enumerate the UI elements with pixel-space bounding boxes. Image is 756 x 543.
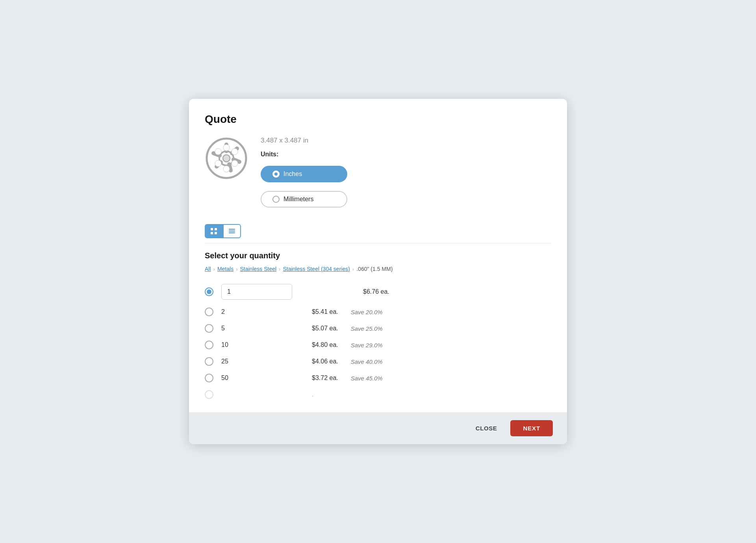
qty-price-6: $3.72 ea. [312, 374, 338, 382]
mm-radio-dot [272, 196, 280, 203]
qty-radio-3[interactable] [205, 324, 213, 333]
divider [205, 243, 551, 243]
breadcrumb-thickness: .060" (1.5 MM) [356, 266, 393, 272]
qty-price-7: . [312, 391, 313, 398]
quantity-list: $6.76 ea. 2 $5.41 ea. Save 20.0% 5 $5.07… [205, 280, 548, 403]
svg-point-13 [215, 160, 221, 167]
qty-input-1[interactable] [221, 284, 292, 300]
qty-number-2: 2 [221, 308, 241, 315]
product-section: 3.487 x 3.487 in Units: Inches Millimete… [205, 137, 551, 211]
quantity-row-4: 10 $4.80 ea. Save 29.0% [205, 337, 548, 353]
qty-radio-2[interactable] [205, 308, 213, 316]
svg-rect-15 [211, 228, 213, 230]
section-title: Select your quantity [205, 251, 551, 260]
svg-rect-19 [229, 229, 235, 230]
qty-price-3: $5.07 ea. [312, 325, 338, 332]
svg-rect-18 [215, 232, 217, 234]
next-button[interactable]: NEXT [510, 420, 553, 436]
qty-price-4: $4.80 ea. [312, 341, 338, 348]
svg-point-14 [215, 148, 221, 155]
qty-price-2: $5.41 ea. [312, 308, 338, 315]
product-dimensions: 3.487 x 3.487 in [261, 137, 347, 145]
grid-icon [210, 228, 217, 235]
qty-radio-4[interactable] [205, 341, 213, 349]
svg-rect-17 [211, 232, 213, 234]
breadcrumb-sep-2: › [236, 266, 237, 272]
millimeters-button[interactable]: Millimeters [261, 191, 347, 208]
quantity-area: $6.76 ea. 2 $5.41 ea. Save 20.0% 5 $5.07… [205, 280, 551, 403]
inches-button[interactable]: Inches [261, 166, 347, 182]
qty-number-6: 50 [221, 374, 241, 382]
qty-number-5: 25 [221, 358, 241, 365]
mm-label: Millimeters [284, 196, 313, 203]
breadcrumb-sep-3: › [279, 266, 280, 272]
quantity-row-7: . [205, 386, 548, 403]
qty-price-5: $4.06 ea. [312, 358, 338, 365]
units-label: Units: [261, 151, 347, 158]
list-icon [228, 228, 235, 235]
inches-radio-dot [272, 170, 280, 178]
qty-radio-1[interactable] [205, 287, 213, 296]
modal-footer: CLOSE NEXT [189, 412, 567, 444]
quantity-row-6: 50 $3.72 ea. Save 45.0% [205, 370, 548, 386]
svg-point-10 [232, 148, 238, 155]
qty-save-4: Save 29.0% [351, 342, 383, 348]
qty-radio-6[interactable] [205, 374, 213, 382]
close-button[interactable]: CLOSE [469, 421, 504, 436]
grid-view-button[interactable] [205, 224, 223, 238]
svg-rect-16 [215, 228, 217, 230]
svg-point-2 [223, 155, 230, 162]
view-toggle [205, 224, 551, 238]
svg-point-12 [223, 166, 230, 172]
qty-save-6: Save 45.0% [351, 375, 383, 382]
modal-body: Quote [189, 99, 567, 412]
product-image [205, 137, 248, 180]
inches-label: Inches [284, 170, 302, 178]
svg-point-9 [223, 145, 230, 151]
quantity-row-2: 2 $5.41 ea. Save 20.0% [205, 304, 548, 320]
svg-rect-20 [229, 231, 235, 232]
qty-save-3: Save 25.0% [351, 325, 383, 332]
product-info: 3.487 x 3.487 in Units: Inches Millimete… [261, 137, 347, 211]
breadcrumb-metals[interactable]: Metals [217, 266, 233, 272]
quantity-row-3: 5 $5.07 ea. Save 25.0% [205, 320, 548, 337]
quote-modal: Quote [189, 99, 567, 444]
breadcrumb-sep-1: › [213, 266, 215, 272]
list-view-button[interactable] [223, 224, 241, 238]
svg-rect-21 [229, 232, 235, 234]
quantity-row-5: 25 $4.06 ea. Save 40.0% [205, 353, 548, 370]
breadcrumb-304[interactable]: Stainless Steel (304 series) [283, 266, 350, 272]
breadcrumb-all[interactable]: All [205, 266, 211, 272]
page-title: Quote [205, 113, 551, 126]
breadcrumb: All › Metals › Stainless Steel › Stainle… [205, 266, 551, 272]
svg-point-11 [232, 160, 238, 167]
breadcrumb-sep-4: › [352, 266, 354, 272]
qty-price-1: $6.76 ea. [363, 288, 389, 295]
quantity-row-1: $6.76 ea. [205, 280, 548, 304]
qty-save-2: Save 20.0% [351, 309, 383, 315]
qty-number-4: 10 [221, 341, 241, 348]
qty-save-5: Save 40.0% [351, 358, 383, 365]
qty-radio-7[interactable] [205, 390, 213, 399]
qty-number-3: 5 [221, 325, 241, 332]
breadcrumb-stainless[interactable]: Stainless Steel [240, 266, 276, 272]
qty-radio-5[interactable] [205, 357, 213, 366]
